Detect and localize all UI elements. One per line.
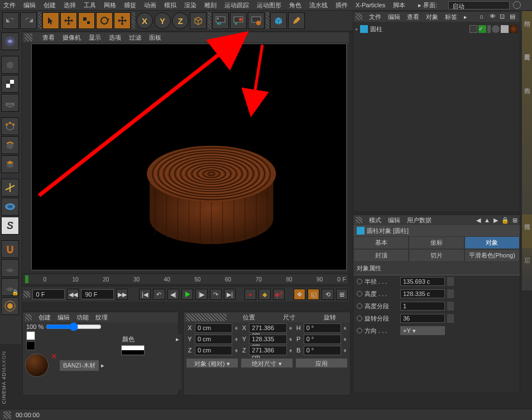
menu-anim[interactable]: 动画: [144, 1, 156, 9]
menu-render[interactable]: 渲染: [184, 1, 196, 9]
zoom-slider[interactable]: [46, 322, 102, 331]
menu-mograph[interactable]: 运动图形: [257, 1, 281, 9]
obj-menu-tags[interactable]: 标签: [445, 13, 457, 21]
phong-tag-icon[interactable]: [492, 25, 500, 33]
lock-icon[interactable]: 🔒: [501, 217, 509, 224]
material-swatch-black[interactable]: [26, 341, 35, 350]
delete-icon[interactable]: ✕: [51, 352, 57, 361]
coord-mode-select[interactable]: 对象 (相对) ▾: [186, 358, 238, 368]
timeline-ruler[interactable]: 0 10 20 30 40 50 60 70 80 90 0 F: [22, 274, 349, 285]
goto-end-button[interactable]: ▶▶: [116, 289, 128, 300]
snap-button[interactable]: [1, 240, 19, 258]
to-end-button[interactable]: ▶|: [224, 289, 236, 300]
anim-dot[interactable]: [357, 328, 362, 333]
next-key-button[interactable]: ↷: [210, 289, 222, 300]
grip-icon[interactable]: [186, 313, 227, 321]
layer-tag-icon[interactable]: [469, 25, 477, 33]
grip-icon[interactable]: [356, 217, 362, 223]
menu-xparticles[interactable]: X-Particles: [356, 2, 385, 8]
apply-button[interactable]: 应用: [295, 358, 348, 368]
menu-pipeline[interactable]: 流水线: [309, 1, 328, 9]
select-tool[interactable]: [42, 12, 59, 29]
grip-icon[interactable]: [356, 13, 362, 20]
grip-icon[interactable]: [23, 291, 30, 298]
start-frame-field[interactable]: 0 F: [32, 289, 65, 299]
end-frame-field[interactable]: 90 F: [81, 289, 113, 299]
rotate-tool[interactable]: [96, 12, 113, 29]
edge-mode-button[interactable]: [1, 136, 19, 154]
vp-menu-panel[interactable]: 面板: [149, 34, 161, 42]
hseg-field[interactable]: 1: [400, 302, 445, 311]
size-x-field[interactable]: 271.386 cm: [249, 323, 286, 333]
make-editable-button[interactable]: [1, 32, 19, 50]
menu-snap[interactable]: 捕捉: [124, 1, 136, 9]
render-pv-button[interactable]: [230, 12, 247, 29]
redo-button[interactable]: [20, 12, 37, 29]
spinner-icon[interactable]: [447, 314, 454, 323]
vp-menu-filter[interactable]: 过滤: [129, 34, 141, 42]
home-icon[interactable]: ⌂: [480, 13, 487, 21]
rot-h-field[interactable]: 0 °: [304, 323, 341, 333]
key-scale-button[interactable]: ◱: [308, 289, 319, 300]
workplane-mode-button[interactable]: [1, 94, 19, 112]
spinner-icon[interactable]: [447, 289, 454, 298]
visibility-tag-icon[interactable]: ✓: [478, 25, 486, 33]
attr-menu-mode[interactable]: 模式: [369, 216, 381, 225]
z-axis-lock[interactable]: Z: [172, 12, 189, 29]
key-param-button[interactable]: ⊞: [336, 289, 348, 300]
menu-select[interactable]: 选择: [64, 1, 76, 9]
model-mode-button[interactable]: [1, 56, 19, 74]
texture-tag-icon[interactable]: [501, 25, 509, 33]
menu-edit[interactable]: 编辑: [23, 1, 36, 9]
mat-menu-create[interactable]: 创建: [39, 313, 51, 322]
coord-system-button[interactable]: [190, 12, 207, 29]
vp-menu-display[interactable]: 显示: [89, 34, 101, 42]
object-tree[interactable]: ▪ 圆柱 ✓: [353, 22, 520, 36]
material-preview[interactable]: [25, 354, 49, 377]
render-view-button[interactable]: [212, 12, 229, 29]
poly-mode-button[interactable]: [1, 155, 19, 173]
obj-menu-edit[interactable]: 编辑: [388, 13, 400, 21]
grip-icon[interactable]: [25, 34, 32, 41]
size-z-field[interactable]: 271.386 cm: [249, 346, 286, 355]
obj-menu-file[interactable]: 文件: [369, 13, 381, 21]
size-mode-select[interactable]: 绝对尺寸 ▾: [241, 358, 293, 368]
expand-icon[interactable]: ▪: [356, 26, 358, 32]
height-field[interactable]: 128.335 c: [400, 289, 445, 298]
render-settings-button[interactable]: [248, 12, 265, 29]
axis-mode-button[interactable]: [1, 179, 19, 197]
pos-z-field[interactable]: 0 cm: [195, 346, 232, 355]
viewport-3d[interactable]: [31, 44, 347, 270]
lock-button[interactable]: 🔒: [1, 278, 19, 296]
mat-menu-tex[interactable]: 纹理: [95, 313, 108, 322]
next-frame-button[interactable]: |▶: [195, 289, 207, 300]
eye-icon[interactable]: 👁: [490, 13, 497, 21]
nav-up-icon[interactable]: ▲: [484, 217, 490, 224]
primitive-cube-button[interactable]: [270, 12, 287, 29]
viewport-solo-button[interactable]: S: [1, 217, 19, 235]
menu-sim[interactable]: 模拟: [164, 1, 176, 9]
x-axis-lock[interactable]: X: [136, 12, 153, 29]
prev-frame-button[interactable]: ◀|: [167, 289, 179, 300]
tab-basic[interactable]: 基本: [353, 236, 409, 249]
material-swatch-white[interactable]: [26, 331, 35, 340]
anim-dot[interactable]: [357, 303, 362, 309]
prev-key-button[interactable]: ↶: [153, 289, 165, 300]
dock-tab-layer[interactable]: 层: [522, 248, 532, 281]
anim-dot[interactable]: [357, 316, 362, 321]
pos-x-field[interactable]: 0 cm: [195, 323, 232, 333]
soft-select-button[interactable]: [1, 297, 19, 315]
vp-menu-view[interactable]: 查看: [42, 34, 55, 42]
grip-icon[interactable]: [25, 314, 32, 321]
move-tool[interactable]: [60, 12, 77, 29]
menu-script[interactable]: 脚本: [393, 1, 405, 9]
orientation-select[interactable]: +Y ▾: [400, 326, 445, 335]
rot-b-field[interactable]: 0 °: [304, 346, 341, 355]
goto-start-button[interactable]: ◀◀: [67, 289, 79, 300]
play-button[interactable]: [181, 289, 193, 300]
vp-menu-camera[interactable]: 摄像机: [63, 34, 81, 42]
pen-tool-button[interactable]: [288, 12, 305, 29]
attr-menu-edit[interactable]: 编辑: [388, 216, 400, 225]
tab-coord[interactable]: 坐标: [409, 236, 464, 249]
object-row[interactable]: ▪ 圆柱 ✓: [356, 24, 517, 34]
